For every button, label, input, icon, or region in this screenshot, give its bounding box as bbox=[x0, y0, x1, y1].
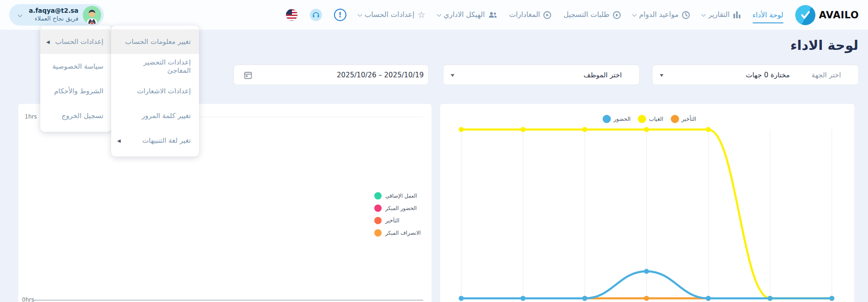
brand-logo[interactable]: AVAILO bbox=[795, 5, 859, 25]
nav-item-performance-dashboard[interactable]: لوحة الأداء bbox=[753, 11, 783, 19]
legend-item[interactable]: التأخير bbox=[374, 217, 421, 224]
entity-filter-value: مختارة 0 جهات bbox=[746, 71, 790, 79]
x-axis-line bbox=[33, 300, 423, 301]
caret-down-icon bbox=[451, 74, 454, 77]
star-icon: ☆ bbox=[418, 11, 426, 19]
chevron-down-icon bbox=[18, 13, 22, 17]
legend-item[interactable]: الحضور المبكر bbox=[374, 205, 421, 212]
page-title: لوحة الاداء bbox=[790, 38, 858, 53]
bar-chart-icon bbox=[733, 11, 741, 19]
legend-dot bbox=[638, 115, 646, 123]
data-point[interactable] bbox=[644, 269, 649, 274]
chevron-down-icon bbox=[701, 12, 706, 16]
caret-down-icon bbox=[660, 74, 663, 77]
user-team: فريق نجاح العملاء bbox=[29, 15, 78, 23]
legend-dot bbox=[374, 205, 382, 212]
hours-chart-card: 1hrs 0hrs العمل الإضافي الحضور المبكر ال… bbox=[18, 104, 431, 302]
nav-item-reports[interactable]: التقارير bbox=[702, 11, 741, 20]
data-point[interactable] bbox=[521, 127, 526, 132]
submenu-arrow-icon: ◀ bbox=[117, 138, 121, 143]
attendance-chart-legend: الحضور الغياب التأخير bbox=[603, 115, 696, 123]
nav-item-org-structure[interactable]: الهيكل الاداري bbox=[437, 11, 497, 20]
legend-item[interactable]: الحضور bbox=[603, 115, 631, 123]
y-axis-label-top: 1hrs bbox=[25, 113, 37, 120]
chevron-down-icon bbox=[437, 12, 441, 16]
nav-item-work-times[interactable]: مواعيد الدوام bbox=[633, 11, 690, 20]
alert-circle-icon[interactable]: ! bbox=[334, 9, 346, 21]
account-dropdown-menu: إعدادات الحساب ◀ سياسة الخصوصية الشروط و… bbox=[40, 26, 112, 132]
submenu-arrow-icon: ◀ bbox=[46, 39, 50, 44]
user-profile-button[interactable]: a.faqya@t2.sa فريق نجاح العملاء bbox=[9, 4, 104, 26]
submenu-item-change-alerts-language[interactable]: تغير لغة التنبيهات ◀ bbox=[111, 128, 199, 153]
data-point[interactable] bbox=[644, 296, 649, 301]
menu-item-terms-conditions[interactable]: الشروط والأحكام bbox=[40, 79, 112, 103]
account-settings-submenu: تغيير معلومات الحساب إعدادات التحضير الم… bbox=[111, 26, 199, 156]
submenu-item-notification-settings[interactable]: إعدادات الاشعارات bbox=[111, 79, 199, 103]
clock-icon bbox=[682, 11, 690, 19]
play-circle-icon bbox=[543, 11, 551, 19]
headset-icon[interactable] bbox=[310, 9, 322, 21]
data-point[interactable] bbox=[459, 127, 464, 132]
date-range-picker[interactable]: 2025/10/26 – 2025/10/19 bbox=[233, 65, 429, 85]
legend-item[interactable]: العمل الإضافي bbox=[374, 192, 421, 200]
hours-chart-legend: العمل الإضافي الحضور المبكر التأخير الان… bbox=[374, 192, 421, 237]
calendar-icon bbox=[244, 71, 252, 81]
legend-item[interactable]: الغياب bbox=[638, 115, 663, 123]
chevron-down-icon bbox=[357, 12, 362, 16]
user-email: a.faqya@t2.sa bbox=[29, 7, 78, 15]
date-range-value: 2025/10/26 – 2025/10/19 bbox=[337, 71, 424, 79]
data-point[interactable] bbox=[830, 296, 835, 301]
brand-name: AVAILO bbox=[819, 10, 859, 21]
data-point[interactable] bbox=[521, 296, 526, 301]
nav-item-departures[interactable]: المغادارات bbox=[509, 11, 552, 20]
legend-dot bbox=[374, 192, 382, 200]
play-circle-icon bbox=[613, 11, 621, 19]
dashboard-page: AVAILO لوحة الأداء التقارير مواعيد الدوا… bbox=[0, 0, 868, 302]
menu-item-logout[interactable]: تسجيل الخروج bbox=[40, 103, 112, 128]
submenu-item-change-account-info[interactable]: تغيير معلومات الحساب bbox=[111, 29, 199, 54]
entity-filter-label: اختر الجهة bbox=[812, 71, 841, 79]
data-point[interactable] bbox=[459, 296, 464, 301]
data-point[interactable] bbox=[706, 296, 711, 301]
employee-filter-select[interactable]: اختر الموظف bbox=[443, 65, 640, 85]
data-point[interactable] bbox=[768, 296, 773, 301]
attendance-chart-card: الحضور الغياب التأخير bbox=[440, 104, 854, 302]
us-flag-icon[interactable] bbox=[286, 9, 298, 21]
entity-filter-select[interactable]: اختر الجهة مختارة 0 جهات bbox=[652, 65, 859, 85]
data-point[interactable] bbox=[582, 127, 588, 132]
nav-item-account-settings[interactable]: ☆ إعدادات الحساب bbox=[358, 11, 426, 20]
submenu-item-change-password[interactable]: تغيير كلمة المرور bbox=[111, 103, 199, 128]
user-info: a.faqya@t2.sa فريق نجاح العملاء bbox=[29, 7, 78, 22]
attendance-line-chart[interactable] bbox=[440, 104, 854, 302]
data-point[interactable] bbox=[582, 296, 588, 301]
legend-dot bbox=[671, 115, 679, 123]
y-axis-label-bottom: 0hrs bbox=[22, 297, 34, 302]
legend-dot bbox=[374, 217, 382, 224]
data-point[interactable] bbox=[644, 127, 649, 132]
people-icon bbox=[488, 11, 497, 19]
menu-item-account-settings[interactable]: إعدادات الحساب ◀ bbox=[40, 29, 112, 54]
chevron-down-icon bbox=[632, 12, 636, 16]
employee-filter-value: اختر الموظف bbox=[583, 71, 622, 79]
submenu-item-surprise-check-settings[interactable]: إعدادات التحضير المفاجئ bbox=[111, 54, 199, 79]
availo-logo-icon bbox=[795, 5, 815, 25]
user-avatar bbox=[83, 6, 101, 24]
nav-item-registration-requests[interactable]: طلبات التسجيل bbox=[563, 11, 620, 20]
legend-item[interactable]: الانصراف المبكر bbox=[374, 229, 421, 237]
menu-item-privacy-policy[interactable]: سياسة الخصوصية bbox=[40, 54, 112, 79]
legend-dot bbox=[374, 229, 382, 237]
data-point[interactable] bbox=[706, 127, 711, 132]
legend-item[interactable]: التأخير bbox=[671, 115, 696, 123]
legend-dot bbox=[603, 115, 611, 123]
